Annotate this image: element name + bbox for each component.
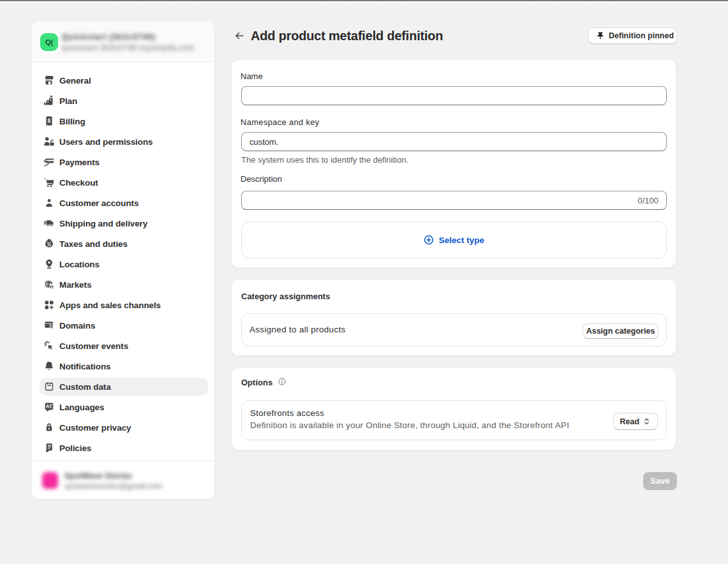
- svg-text:A: A: [46, 403, 49, 409]
- svg-text:$: $: [48, 117, 51, 124]
